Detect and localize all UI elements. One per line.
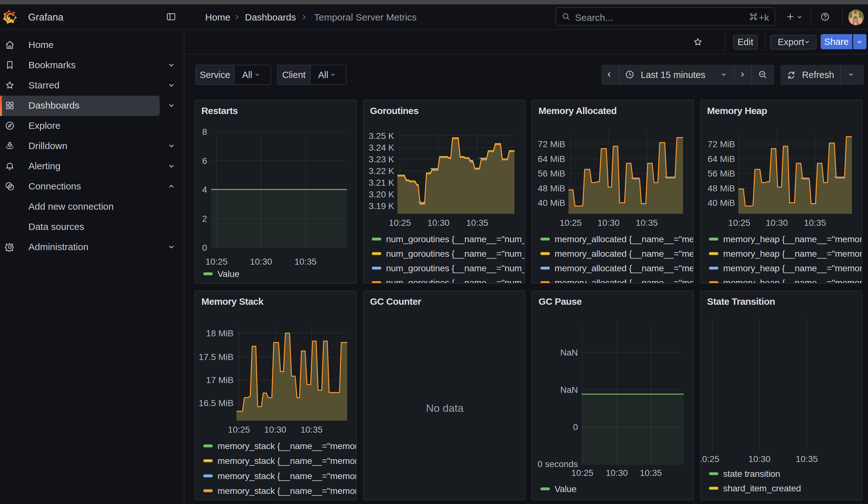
svg-text:memory_stack {__name__="memory: memory_stack {__name__="memory_s bbox=[217, 441, 356, 451]
svg-text:memory_allocated {__name__="me: memory_allocated {__name__="memo bbox=[555, 263, 694, 273]
svg-text:10:35: 10:35 bbox=[640, 468, 662, 478]
svg-text:state transition: state transition bbox=[723, 469, 780, 479]
svg-text:10:25: 10:25 bbox=[206, 257, 228, 267]
svg-text:num_goroutines {__name__="num_: num_goroutines {__name__="num_go bbox=[386, 234, 525, 244]
svg-text:NaN: NaN bbox=[560, 385, 578, 395]
svg-text:17.5 MiB: 17.5 MiB bbox=[199, 352, 234, 362]
svg-text:48 MiB: 48 MiB bbox=[707, 184, 735, 193]
svg-text:40 MiB: 40 MiB bbox=[538, 198, 565, 208]
svg-text:memory_allocated {__name__="me: memory_allocated {__name__="memo bbox=[555, 278, 694, 284]
svg-text:3.24 K: 3.24 K bbox=[369, 143, 394, 153]
svg-text:memory_stack {__name__="memory: memory_stack {__name__="memory_s bbox=[217, 456, 356, 466]
svg-text:memory_heap {__name__="memory_: memory_heap {__name__="memory_h bbox=[723, 234, 862, 244]
svg-text:memory_allocated {__name__="me: memory_allocated {__name__="memo bbox=[555, 234, 694, 244]
svg-text:memory_allocated {__name__="me: memory_allocated {__name__="memo bbox=[555, 248, 694, 259]
svg-text:3.19 K: 3.19 K bbox=[369, 201, 394, 211]
svg-text:64 MiB: 64 MiB bbox=[538, 154, 565, 164]
svg-text:memory_heap {__name__="memory_: memory_heap {__name__="memory_h bbox=[723, 278, 862, 284]
svg-text:memory_heap {__name__="memory_: memory_heap {__name__="memory_h bbox=[723, 248, 862, 259]
svg-text:shard_item_created: shard_item_created bbox=[723, 483, 801, 493]
svg-text:56 MiB: 56 MiB bbox=[538, 169, 565, 178]
svg-text:3.25 K: 3.25 K bbox=[369, 131, 394, 141]
svg-text:10:30: 10:30 bbox=[766, 218, 788, 228]
svg-text:10:35: 10:35 bbox=[300, 425, 323, 434]
svg-text:16.5 MiB: 16.5 MiB bbox=[199, 398, 234, 408]
svg-text:10:25: 10:25 bbox=[560, 218, 582, 228]
svg-text:memory_heap {__name__="memory_: memory_heap {__name__="memory_h bbox=[723, 263, 862, 273]
svg-text:10:25: 10:25 bbox=[728, 218, 750, 228]
svg-text:10:25: 10:25 bbox=[389, 218, 411, 228]
svg-text:10:35: 10:35 bbox=[466, 218, 488, 228]
svg-text:10:25: 10:25 bbox=[571, 468, 593, 478]
svg-text:10:25: 10:25 bbox=[228, 425, 250, 434]
svg-text:64 MiB: 64 MiB bbox=[707, 154, 735, 164]
svg-text:17 MiB: 17 MiB bbox=[206, 375, 234, 385]
svg-text:72 MiB: 72 MiB bbox=[707, 139, 735, 149]
svg-text:48 MiB: 48 MiB bbox=[538, 184, 565, 193]
svg-text:memory_stack {__name__="memory: memory_stack {__name__="memory_s bbox=[217, 486, 356, 496]
svg-text:0: 0 bbox=[573, 422, 578, 432]
svg-text:NaN: NaN bbox=[560, 348, 578, 358]
svg-text:10:30: 10:30 bbox=[598, 218, 620, 228]
svg-text:10:30: 10:30 bbox=[250, 257, 272, 267]
svg-text:40 MiB: 40 MiB bbox=[707, 198, 735, 208]
svg-text:0 seconds: 0 seconds bbox=[538, 459, 578, 469]
svg-text:3.21 K: 3.21 K bbox=[369, 178, 394, 187]
svg-text:18 MiB: 18 MiB bbox=[206, 328, 234, 338]
svg-text:3.22 K: 3.22 K bbox=[369, 166, 394, 176]
svg-text:0: 0 bbox=[202, 243, 207, 253]
svg-text:Value: Value bbox=[217, 269, 239, 279]
svg-text:3.20 K: 3.20 K bbox=[369, 189, 394, 199]
svg-text:3.23 K: 3.23 K bbox=[369, 154, 394, 164]
svg-text:6: 6 bbox=[202, 156, 207, 166]
svg-text:4: 4 bbox=[202, 185, 207, 195]
svg-text:10:30: 10:30 bbox=[427, 218, 450, 228]
svg-text:8: 8 bbox=[202, 127, 207, 137]
svg-text:10:35: 10:35 bbox=[804, 218, 826, 228]
svg-text:memory_stack {__name__="memory: memory_stack {__name__="memory_s bbox=[217, 471, 356, 481]
svg-text:10:25: 10:25 bbox=[701, 454, 719, 464]
svg-text:10:30: 10:30 bbox=[606, 468, 628, 478]
svg-text:10:35: 10:35 bbox=[796, 454, 818, 464]
svg-text:10:35: 10:35 bbox=[636, 218, 658, 228]
svg-text:10:30: 10:30 bbox=[264, 425, 286, 434]
svg-text:2: 2 bbox=[202, 214, 207, 224]
svg-text:10:35: 10:35 bbox=[294, 257, 317, 267]
svg-text:10:30: 10:30 bbox=[748, 454, 771, 464]
svg-text:72 MiB: 72 MiB bbox=[538, 139, 565, 149]
svg-text:56 MiB: 56 MiB bbox=[707, 169, 735, 178]
svg-text:num_goroutines {__name__="num_: num_goroutines {__name__="num_go bbox=[386, 248, 525, 259]
svg-text:num_goroutines {__name__="num_: num_goroutines {__name__="num_go bbox=[386, 278, 525, 284]
svg-text:num_goroutines {__name__="num_: num_goroutines {__name__="num_go bbox=[386, 263, 525, 273]
svg-text:Value: Value bbox=[555, 484, 576, 494]
svg-text:No data: No data bbox=[426, 402, 463, 414]
